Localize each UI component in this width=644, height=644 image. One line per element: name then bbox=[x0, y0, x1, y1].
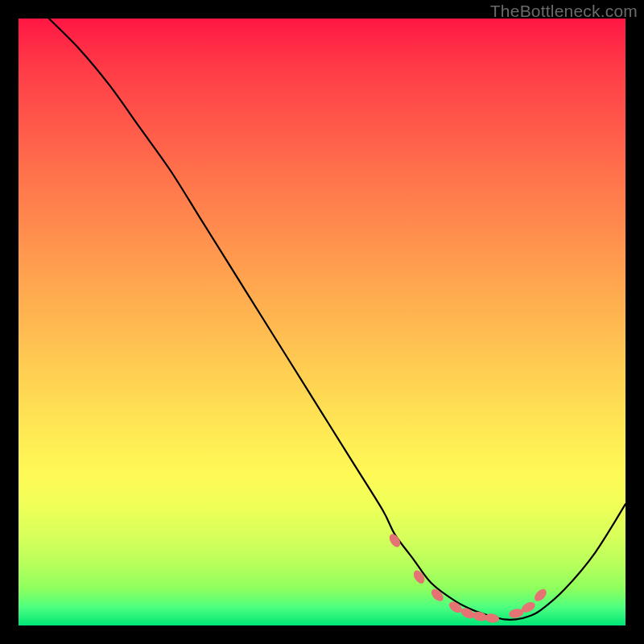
chart-frame: TheBottleneck.com bbox=[0, 0, 644, 644]
curve-markers bbox=[387, 532, 549, 624]
marker-dot bbox=[532, 587, 549, 604]
marker-dot bbox=[411, 568, 427, 585]
watermark-text: TheBottleneck.com bbox=[490, 2, 638, 21]
chart-svg bbox=[19, 19, 625, 625]
plot-area bbox=[19, 19, 625, 625]
bottleneck-curve bbox=[49, 19, 625, 620]
